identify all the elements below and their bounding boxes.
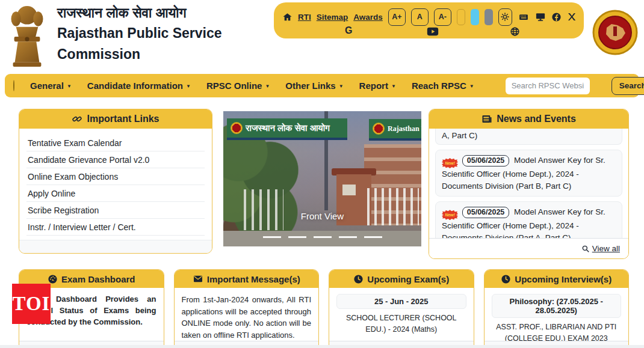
new-badge: New! [442, 158, 458, 168]
signboard-hindi: राजस्थान लोक सेवा आयोग [227, 118, 347, 140]
search-button[interactable]: Search [611, 77, 644, 95]
clock-icon [501, 274, 511, 284]
google-translate-icon[interactable]: G [345, 25, 352, 36]
bottom-cards: Exam Dashboard Exam Dashboard Provides a… [19, 269, 629, 348]
font-normal-button[interactable]: A [411, 8, 429, 26]
nav-item-general[interactable]: General▼ [30, 81, 72, 91]
signboard-english: Rajasthan Pub [369, 119, 421, 141]
x-twitter-icon[interactable] [567, 12, 577, 22]
link-interview-letter-cert[interactable]: Instr. / Interview Letter / Cert. [26, 219, 205, 236]
interview-schedule-pill: Philosophy: (27.05.2025 - 28.05.2025) [492, 294, 622, 318]
site-header: राजस्थान लोक सेवा आयोग Rajasthan Public … [0, 0, 644, 73]
monitor-icon[interactable] [535, 12, 546, 22]
upcoming-interviews-header: Upcoming Interview(s) [485, 270, 629, 288]
nav-item-other-links[interactable]: Other Links▼ [285, 81, 343, 91]
site-title-english-line2: Commission [57, 44, 238, 65]
news-events-card: News and Events A, Part C) New! 05/06/20… [429, 109, 629, 259]
site-title-hindi: राजस्थान लोक सेवा आयोग [57, 2, 238, 23]
sitemap-link[interactable]: Sitemap [317, 13, 348, 22]
chevron-down-icon: ▼ [67, 84, 72, 89]
news-events-header: News and Events [429, 109, 628, 129]
exam-date-pill: 25 - Jun - 2025 [336, 294, 466, 309]
carousel-indicator[interactable] [314, 236, 332, 238]
important-links-footer [19, 240, 212, 253]
nav-item-candidate-information[interactable]: Candidate Information▼ [87, 81, 191, 91]
news-date: 05/06/2025 [462, 207, 510, 218]
carousel-indicator[interactable] [339, 236, 357, 238]
site-title-english-line1: Rajasthan Public Service [57, 23, 238, 44]
settings-button[interactable] [498, 8, 512, 26]
important-messages-card: Important Message(s) From 1st-Jan-2024 o… [174, 269, 320, 348]
news-item[interactable]: New! 05/06/2025 Model Answer Key for Sr.… [435, 201, 622, 239]
utility-bar: RTI Sitemap Awards A+ A A- [274, 2, 584, 38]
font-increase-button[interactable]: A+ [388, 8, 406, 26]
youtube-icon[interactable] [427, 27, 439, 36]
upcoming-exams-header: Upcoming Exam(s) [329, 270, 474, 288]
upcoming-interviews-card: Upcoming Interview(s) Philosophy: (27.05… [484, 269, 630, 348]
news-footer: View all [429, 238, 628, 258]
news-list: A, Part C) New! 05/06/2025 Model Answer … [429, 129, 628, 239]
rti-link[interactable]: RTI [298, 13, 311, 22]
nav-item-rpsc-online[interactable]: RPSC Online▼ [206, 81, 270, 91]
newspaper-icon [481, 114, 492, 124]
link-candidate-grievance-portal[interactable]: Candidate Grievance Portal v2.0 [26, 151, 205, 168]
important-messages-header: Important Message(s) [175, 270, 319, 288]
carousel-indicator[interactable] [288, 236, 306, 238]
nav-seal-icon[interactable] [13, 80, 14, 91]
theme-default-swatch[interactable] [457, 9, 465, 25]
important-message-text: From 1st-Jan-2024 onwards, All RTI appli… [182, 294, 312, 341]
clock-icon [353, 274, 364, 284]
exam-name: SCHOOL LECTURER (SCHOOL EDU.) - 2024 (Ma… [336, 313, 466, 335]
link-apply-online[interactable]: Apply Online [26, 185, 205, 202]
magnifier-icon [581, 245, 590, 253]
globe-icon[interactable] [510, 26, 520, 37]
chevron-down-icon: ▼ [186, 84, 191, 89]
carousel-indicator[interactable] [263, 236, 281, 238]
building-carousel: राजस्थान लोक सेवा आयोग Rajasthan Pub Fro… [223, 111, 421, 246]
theme-blue-swatch[interactable] [471, 9, 479, 25]
sign-seal-icon [231, 122, 243, 134]
theme-gray-swatch[interactable] [485, 9, 493, 25]
awards-link[interactable]: Awards [353, 13, 383, 22]
facebook-icon[interactable] [551, 12, 562, 22]
rpsc-seal-logo [592, 10, 638, 55]
carousel-indicator[interactable] [364, 236, 382, 238]
link-online-exam-objections[interactable]: Online Exam Objections [26, 168, 205, 185]
important-links-header: Important Links [19, 109, 212, 129]
view-all-link[interactable]: View all [581, 244, 620, 253]
carousel-caption: Front View [223, 211, 421, 221]
upcoming-exams-card: Upcoming Exam(s) 25 - Jun - 2025 SCHOOL … [329, 269, 474, 348]
new-badge: New! [442, 210, 458, 220]
chevron-down-icon: ▼ [391, 84, 396, 89]
national-emblem-logo [8, 5, 46, 69]
site-title: राजस्थान लोक सेवा आयोग Rajasthan Public … [57, 2, 238, 65]
envelope-icon [193, 274, 203, 284]
link-scribe-registration[interactable]: Scribe Registration [26, 202, 205, 219]
sign-seal-icon [373, 123, 385, 135]
nav-item-reach-rpsc[interactable]: Reach RPSC▼ [412, 81, 474, 91]
nav-item-report[interactable]: Report▼ [359, 81, 396, 91]
search-input[interactable] [506, 78, 590, 94]
dashboard-icon [48, 274, 58, 284]
page-bottom-strip [0, 345, 644, 348]
link-icon [72, 114, 82, 124]
gate-left [244, 189, 283, 230]
link-tentative-exam-calendar[interactable]: Tentative Exam Calendar [26, 135, 205, 151]
news-date: 05/06/2025 [462, 155, 510, 166]
important-links-card: Important Links Tentative Exam Calendar … [19, 109, 212, 254]
chevron-down-icon: ▼ [265, 84, 270, 89]
gear-icon [500, 12, 510, 22]
chevron-down-icon: ▼ [469, 84, 474, 89]
news-item-partial[interactable]: A, Part C) [435, 129, 622, 145]
font-decrease-button[interactable]: A- [434, 8, 451, 26]
toi-watermark: TOI [12, 284, 51, 324]
rpsc-homepage: राजस्थान लोक सेवा आयोग Rajasthan Public … [0, 0, 644, 348]
news-item[interactable]: New! 05/06/2025 Model Answer Key for Sr.… [435, 150, 622, 197]
chevron-down-icon: ▼ [339, 84, 344, 89]
main-nav: General▼ Candidate Information▼ RPSC Onl… [5, 74, 639, 97]
carousel-indicators [223, 236, 421, 238]
screen-reader-icon[interactable] [518, 13, 530, 22]
home-icon[interactable] [282, 12, 293, 22]
